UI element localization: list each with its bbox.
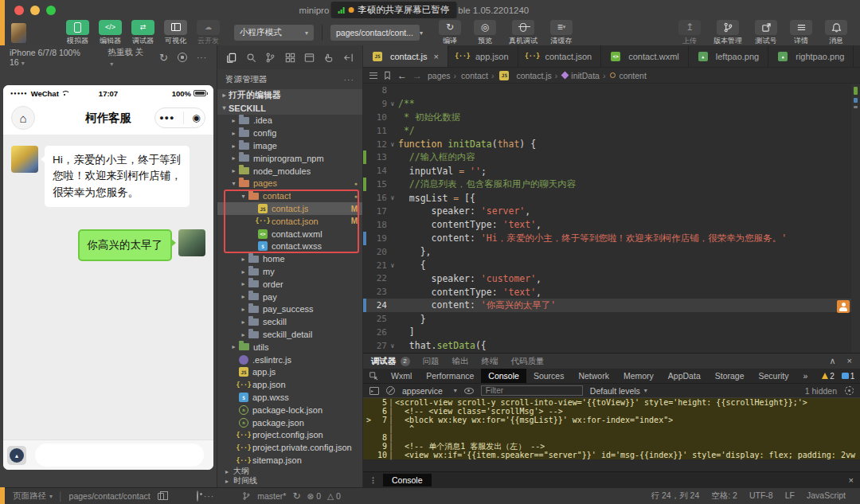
tree-item[interactable]: ▸pay xyxy=(217,291,362,303)
close-tab-icon[interactable]: × xyxy=(433,52,438,61)
collapse-sidebar-icon[interactable] xyxy=(342,52,354,64)
tree-item[interactable]: ▸seckill xyxy=(217,315,362,328)
tab-contact.wxml[interactable]: <>contact.wxml xyxy=(601,45,689,67)
tree-item[interactable]: {··}project.private.config.json xyxy=(217,441,362,454)
breadcrumb-item[interactable]: ›initData xyxy=(553,71,600,80)
messages-button[interactable]: 消息 xyxy=(819,20,854,46)
devtools-tab-AppData[interactable]: AppData xyxy=(661,369,708,383)
tree-item[interactable]: ▸seckill_detail xyxy=(217,328,362,341)
tab-rightpao.png[interactable]: ▲rightpao.png xyxy=(768,45,854,67)
tree-item[interactable]: ▸node_modules xyxy=(217,165,362,178)
search-icon[interactable] xyxy=(245,52,257,64)
console-drawer-icon[interactable]: ▸ xyxy=(369,387,379,395)
tree-item[interactable]: ▾contact● xyxy=(217,189,362,202)
clear-cache-button[interactable]: ≡▾ 清缓存 xyxy=(544,20,579,46)
levels-select[interactable]: Default levels▾ xyxy=(590,386,647,396)
fold-icon[interactable]: ∨ xyxy=(387,100,398,107)
forward-icon[interactable]: → xyxy=(412,70,422,81)
tree-item[interactable]: ▸home xyxy=(217,252,362,265)
hot-reload-select[interactable]: 热重载 关▾ xyxy=(108,47,149,68)
collapse-panel-icon[interactable]: ∧ xyxy=(830,356,836,366)
tree-item[interactable]: npackage-lock.json xyxy=(217,404,362,416)
tree-item[interactable]: JSapp.js xyxy=(217,366,362,379)
live-expression-icon[interactable] xyxy=(464,388,474,394)
console-drawer-tab[interactable]: Console xyxy=(383,474,432,486)
tree-item[interactable]: {··}sitemap.json xyxy=(217,454,362,467)
chat-text-input[interactable] xyxy=(35,443,204,467)
more-icon[interactable]: ··· xyxy=(344,75,355,84)
git-branch-name[interactable]: master* xyxy=(257,491,286,501)
tree-item[interactable]: {··}project.config.json xyxy=(217,429,362,442)
tree-item[interactable]: ▸order xyxy=(217,278,362,291)
compile-button[interactable]: ↻ 编译 xyxy=(432,20,467,46)
user-avatar[interactable] xyxy=(11,23,26,43)
files-icon[interactable] xyxy=(225,52,237,64)
tree-item[interactable]: Scontact.wxss xyxy=(217,240,362,253)
media-picker-icon[interactable]: ▲ xyxy=(7,446,26,465)
home-button[interactable]: ⌂ xyxy=(11,106,35,130)
panel-tab-输出[interactable]: 输出 xyxy=(452,356,469,367)
tree-item[interactable]: ▸.idea xyxy=(217,115,362,127)
more-icon[interactable]: ··· xyxy=(204,491,215,501)
breadcrumb-item[interactable]: ›JScontact.js xyxy=(490,71,552,80)
window-controls[interactable] xyxy=(14,6,56,15)
tree-item[interactable]: ▸my xyxy=(217,265,362,278)
sync-icon[interactable]: ↻ xyxy=(292,490,300,502)
tree-item[interactable]: ▸打开的编辑器 xyxy=(217,89,362,102)
status-item[interactable]: JavaScript xyxy=(807,490,846,502)
preview-button[interactable]: ◎ 预览 xyxy=(467,20,502,46)
tree-item[interactable]: .eslintrc.js xyxy=(217,354,362,366)
tree-item[interactable]: ▸pay_success xyxy=(217,303,362,316)
clear-console-icon[interactable] xyxy=(386,386,395,395)
devtools-tab-Sources[interactable]: Sources xyxy=(526,369,572,383)
hand-icon[interactable] xyxy=(323,52,335,64)
breadcrumb-item[interactable]: pages xyxy=(428,71,451,80)
editor-button[interactable]: </> 编辑器 xyxy=(94,20,127,46)
test-account-button[interactable]: 测试号 xyxy=(749,20,784,46)
more-icon[interactable]: ●●● xyxy=(159,114,174,122)
debugger-button[interactable]: ⇄ 调试器 xyxy=(127,20,159,46)
devtools-tab-Security[interactable]: Security xyxy=(752,369,796,383)
warning-count[interactable]: △ 0 xyxy=(327,491,341,501)
details-button[interactable]: 详情 xyxy=(784,20,819,46)
device-debug-button[interactable]: 真机调试 xyxy=(502,20,544,46)
panel-tab-终端[interactable]: 终端 xyxy=(482,356,498,367)
panel-icon[interactable] xyxy=(303,52,315,64)
editor-scrollbar[interactable] xyxy=(851,84,860,353)
version-control-button[interactable]: 版本管理 xyxy=(707,20,749,46)
tree-item[interactable]: ▸config xyxy=(217,127,362,139)
page-path-label[interactable]: 页面路径▾ xyxy=(13,490,53,502)
device-select[interactable]: iPhone 6/7/8 100% 16▾ xyxy=(10,48,97,67)
devtools-tab-Console[interactable]: Console xyxy=(481,369,526,383)
capsule-menu[interactable]: ●●● ◉ xyxy=(154,107,205,128)
fold-icon[interactable]: ∨ xyxy=(387,141,398,148)
minimize-capsule-icon[interactable]: ◉ xyxy=(192,112,200,123)
devtools-tab-Performance[interactable]: Performance xyxy=(419,369,481,383)
maximize-window-button[interactable] xyxy=(46,6,56,15)
stop-icon[interactable] xyxy=(178,53,187,62)
panel-tab-代码质量[interactable]: 代码质量 xyxy=(511,356,545,367)
close-panel-icon[interactable]: × xyxy=(847,356,852,366)
breadcrumb-item[interactable]: ›content xyxy=(601,71,647,80)
tree-item[interactable]: JScontact.jsM xyxy=(217,202,362,215)
drag-handle-icon[interactable]: ⋮ xyxy=(369,476,377,484)
fold-icon[interactable]: ∨ xyxy=(387,262,398,269)
devtools-tab-Memory[interactable]: Memory xyxy=(616,369,661,383)
inspect-icon[interactable] xyxy=(369,371,378,381)
back-icon[interactable]: ← xyxy=(397,70,407,81)
code-editor[interactable]: 89∨/**10 * 初始化数据11 */12∨function initDat… xyxy=(363,84,860,353)
eye-icon[interactable] xyxy=(197,490,198,502)
devtools-tab-»[interactable]: » xyxy=(796,369,815,383)
outline-icon[interactable] xyxy=(369,72,377,79)
more-icon[interactable]: ··· xyxy=(197,53,207,62)
tree-item[interactable]: Sapp.wxss xyxy=(217,391,362,404)
devtools-tab-Wxml[interactable]: Wxml xyxy=(384,369,419,383)
panel-tab-问题[interactable]: 问题 xyxy=(423,356,440,367)
tree-item[interactable]: ▾pages● xyxy=(217,178,362,190)
mode-select[interactable]: 小程序模式▾ xyxy=(234,25,314,41)
fold-icon[interactable]: ∨ xyxy=(387,194,398,201)
bookmark-icon[interactable] xyxy=(383,71,392,80)
restart-icon[interactable]: ↻ xyxy=(159,52,168,64)
tab-app.json[interactable]: {··}app.json xyxy=(448,45,518,67)
console-output[interactable]: 5|<scroll-view scroll-y scroll-into-view… xyxy=(363,398,860,471)
